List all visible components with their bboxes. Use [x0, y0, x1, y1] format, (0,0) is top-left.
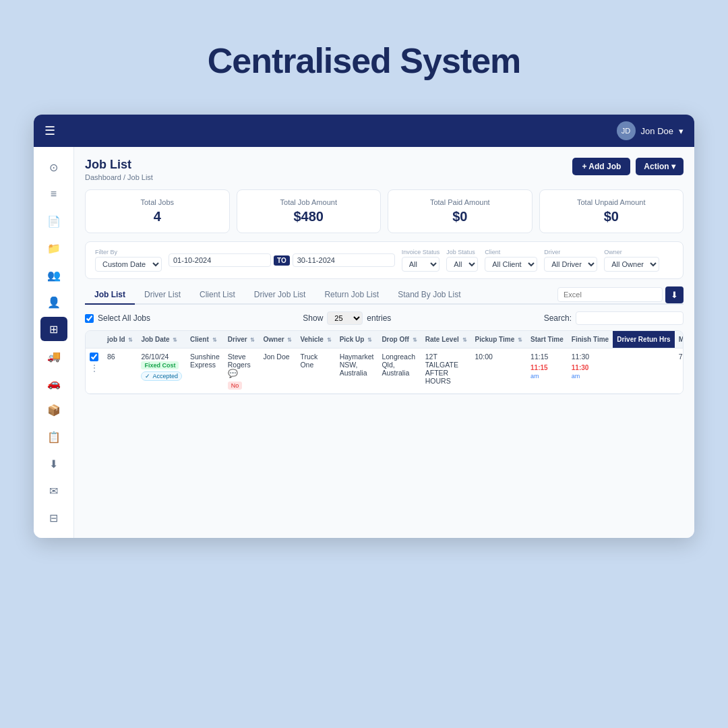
cell-owner: Jon Doe [259, 348, 296, 394]
select-all-row: Select All Jobs [85, 313, 150, 323]
stat-card-0: Total Jobs 4 [85, 189, 230, 233]
date-from-input[interactable] [169, 253, 271, 267]
th-client: Client ⇅ [186, 331, 224, 348]
excel-download-button[interactable]: ⬇ [665, 286, 684, 303]
stat-label-2: Total Paid Amount [399, 198, 521, 206]
cell-vehicle: Truck One [296, 348, 335, 394]
sidebar-item-file[interactable]: 📁 [40, 236, 67, 260]
sidebar-item-clipboard[interactable]: 📋 [40, 425, 67, 449]
sidebar-item-list[interactable]: ≡ [40, 182, 67, 206]
th-driver-retun: Driver Retun Hrs [613, 331, 674, 348]
cost-type-badge: Fixed Cost [141, 361, 179, 369]
table-controls: Select All Jobs Show 25 50 100 entries S… [85, 311, 684, 325]
tab-return-job-list[interactable]: Return Job List [315, 286, 388, 305]
excel-btn: ⬇ [557, 286, 684, 303]
invoice-status-group: Invoice Status All [402, 249, 440, 272]
breadcrumb: Dashboard / Job List [85, 173, 153, 181]
breadcrumb-home[interactable]: Dashboard [85, 173, 121, 181]
driver-select[interactable]: All Driver [544, 257, 597, 272]
navbar: ☰ JD Jon Doe ▾ [34, 115, 694, 147]
sidebar: ⊙ ≡ 📄 📁 👥 👤 ⊞ 🚚 🚗 📦 📋 ⬇ ✉ ⊟ [34, 147, 74, 538]
th-driver: Driver ⇅ [224, 331, 260, 348]
job-status-group: Job Status All [446, 249, 478, 272]
sidebar-item-user[interactable]: 👤 [40, 290, 67, 314]
search-area: Search: [544, 311, 684, 325]
user-menu[interactable]: JD Jon Doe ▾ [617, 121, 684, 140]
search-input[interactable] [576, 311, 684, 325]
tab-standby-job-list[interactable]: Stand By Job List [388, 286, 470, 305]
row-checkbox[interactable] [90, 353, 98, 361]
sidebar-item-truck[interactable]: 🚚 [40, 344, 67, 368]
user-name: Jon Doe [641, 126, 673, 136]
th-start-time: Start Time [526, 331, 568, 348]
invoice-status-select[interactable]: All [402, 257, 440, 272]
job-status-select[interactable]: All [446, 257, 478, 272]
action-button[interactable]: Action ▾ [636, 158, 684, 175]
cell-finish-time: 11:30 11:30 am [568, 348, 613, 394]
tab-driver-list[interactable]: Driver List [135, 286, 190, 305]
owner-label: Owner [604, 249, 659, 255]
driver-label: Driver [544, 249, 597, 255]
tabs-left: Job List Driver List Client List Driver … [85, 286, 471, 303]
content-title: Job List [85, 158, 153, 172]
tabs-row: Job List Driver List Client List Driver … [85, 286, 684, 305]
cell-driver-retun [613, 348, 674, 394]
th-job-id: job Id ⇅ [103, 331, 137, 348]
cell-client: Sunshine Express [186, 348, 224, 394]
stat-label-0: Total Jobs [96, 198, 218, 206]
show-label: Show [303, 313, 323, 323]
avatar: JD [617, 121, 636, 140]
show-entries: Show 25 50 100 entries [303, 311, 391, 325]
tabs-right: ⬇ [557, 286, 684, 303]
tab-job-list[interactable]: Job List [85, 286, 135, 305]
cell-pickup-time: 10:00 [471, 348, 527, 394]
jobs-table: job Id ⇅ Job Date ⇅ Client ⇅ Driver ⇅ Ow… [86, 331, 684, 394]
entries-select[interactable]: 25 50 100 [327, 311, 363, 325]
date-range: TO [169, 253, 395, 267]
owner-group: Owner All Owner [604, 249, 659, 272]
tab-driver-job-list[interactable]: Driver Job List [245, 286, 315, 305]
cell-job-date: 26/10/24 Fixed Cost ✓ Accepted [137, 348, 186, 394]
sidebar-item-users[interactable]: 👥 [40, 263, 67, 287]
stat-label-3: Total Unpaid Amount [551, 198, 673, 206]
filter-by-select[interactable]: Custom Date [95, 257, 162, 272]
sidebar-item-document[interactable]: 📄 [40, 209, 67, 233]
date-to-input[interactable] [293, 253, 395, 267]
stats-row: Total Jobs 4 Total Job Amount $480 Total… [85, 189, 684, 233]
excel-input[interactable] [557, 287, 663, 302]
chevron-down-icon: ▾ [679, 126, 684, 136]
th-min-hrs: Min Hrs [675, 331, 684, 348]
stat-label-1: Total Job Amount [248, 198, 370, 206]
sidebar-item-car[interactable]: 🚗 [40, 371, 67, 395]
add-job-button[interactable]: + Add Job [572, 158, 630, 175]
tab-client-list[interactable]: Client List [190, 286, 245, 305]
stat-value-2: $0 [399, 209, 521, 224]
stat-value-0: 4 [96, 209, 218, 224]
entries-label: entries [367, 313, 391, 323]
sidebar-item-box[interactable]: 📦 [40, 398, 67, 422]
client-select[interactable]: All Client [485, 257, 537, 272]
select-all-checkbox[interactable] [85, 314, 94, 323]
invoice-status-label: Invoice Status [402, 249, 440, 255]
menu-icon[interactable]: ☰ [44, 123, 55, 138]
page-title: Centralised System [208, 40, 521, 81]
select-all-label: Select All Jobs [98, 313, 150, 323]
cell-min-hrs: 7 [675, 348, 684, 394]
sidebar-item-settings[interactable]: ⊟ [40, 506, 67, 530]
client-label: Client [485, 249, 537, 255]
sidebar-item-mail[interactable]: ✉ [40, 479, 67, 503]
row-menu-dots[interactable]: ⋮ [90, 363, 99, 373]
sidebar-item-table[interactable]: ⊞ [40, 317, 67, 341]
sidebar-item-download[interactable]: ⬇ [40, 452, 67, 476]
owner-select[interactable]: All Owner [604, 257, 659, 272]
table-wrapper: job Id ⇅ Job Date ⇅ Client ⇅ Driver ⇅ Ow… [85, 330, 684, 394]
content-area: Job List Dashboard / Job List + Add Job … [74, 147, 694, 538]
cell-dropoff: Longreach Qld, Australia [377, 348, 421, 394]
breadcrumb-current: Job List [127, 173, 153, 181]
sidebar-item-dashboard[interactable]: ⊙ [40, 155, 67, 179]
th-checkbox [86, 331, 103, 348]
cell-pickup: Haymarket NSW, Australia [336, 348, 378, 394]
th-rate-level: Rate Level ⇅ [421, 331, 471, 348]
chat-icon[interactable]: 💬 [228, 369, 255, 378]
client-group: Client All Client [485, 249, 537, 272]
